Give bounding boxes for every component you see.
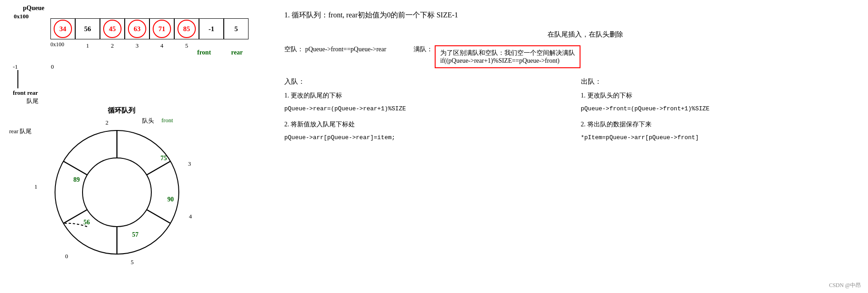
dequeue-step1: 1. 更改队头的下标 (581, 91, 859, 101)
svg-line-9 (63, 161, 87, 175)
svg-line-5 (147, 161, 171, 175)
front-circ-label: front (161, 117, 173, 124)
svg-line-8 (63, 210, 87, 223)
full-label: 满队： (414, 46, 433, 53)
empty-condition: 空队： pQueue->front==pQueue->rear (284, 45, 386, 54)
line1-text: 1. 循环队列：front, rear初始值为0的前一个下标 SIZE-1 (284, 11, 458, 19)
line1: 1. 循环队列：front, rear初始值为0的前一个下标 SIZE-1 (284, 9, 859, 21)
front-rear-small: front rear (13, 89, 38, 97)
dequeue-title: 出队： (581, 77, 859, 86)
array-cell-4: 71 (149, 18, 174, 39)
array-cell-1: 56 (75, 18, 100, 39)
enqueue-step2: 2. 将新值放入队尾下标处 (284, 119, 563, 130)
left-panel: pQueue 0x100 34 56 45 63 71 85 -1 5 0x10… (9, 5, 266, 148)
circ-title: 循环队列 (108, 106, 135, 115)
rear-label: rear (231, 49, 243, 56)
array-cell-5: 85 (174, 18, 199, 39)
array-cell-6: -1 (199, 18, 224, 39)
front-label: front (197, 49, 211, 56)
zero-idx: 0 (51, 63, 54, 71)
array-cell-7: 5 (224, 18, 249, 39)
idx-1: 1 (75, 42, 100, 49)
main-container: pQueue 0x100 34 56 45 63 71 85 -1 5 0x10… (0, 0, 868, 153)
vertical-line (17, 70, 18, 88)
empty-label: 空队： (284, 46, 304, 53)
idx-4: 4 (149, 42, 174, 49)
enqueue-col: 入队： 1. 更改的队尾的下标 pQueue->rear=(pQueue->re… (284, 77, 563, 148)
dequeue-col: 出队： 1. 更改队头的下标 pQueue->front=(pQueue->fr… (581, 77, 859, 148)
array-cell-0: 34 (50, 18, 75, 39)
idx-5: 5 (174, 42, 199, 49)
dequeue-code2: *pItem=pQueue->arr[pQueue->front] (581, 133, 859, 143)
full-condition-wrapper: 满队： 为了区别满队和空队：我们空一个空间解决满队 if((pQueue->re… (414, 45, 581, 68)
full-condition-box: 为了区别满队和空队：我们空一个空间解决满队 if((pQueue->rear+1… (435, 45, 581, 68)
enqueue-step1: 1. 更改的队尾的下标 (284, 91, 563, 101)
rear-duitou: rear 队尾 (9, 127, 32, 136)
conditions-row: 空队： pQueue->front==pQueue->rear 满队： 为了区别… (284, 45, 859, 68)
array-row: 34 56 45 63 71 85 -1 5 (50, 18, 249, 39)
array-cell-2: 45 (100, 18, 125, 39)
dequeue-code1: pQueue->front=(pQueue->front+1)%SIZE (581, 104, 859, 114)
dequeue-step2: 2. 将出队的数据保存下来 (581, 119, 859, 130)
empty-cond-text: pQueue->front==pQueue->rear (305, 46, 387, 53)
addr-label: 0x100 (14, 13, 29, 20)
num-1: 1 (34, 183, 38, 190)
enqueue-code2: pQueue->arr[pQueue->rear]=item; (284, 133, 563, 143)
circular-svg (41, 124, 193, 266)
operations: 入队： 1. 更改的队尾的下标 pQueue->rear=(pQueue->re… (284, 77, 859, 148)
insert-delete: 在队尾插入，在队头删除 (312, 30, 859, 39)
pqueue-label: pQueue (23, 5, 44, 12)
svg-line-6 (147, 210, 171, 223)
svg-point-1 (83, 158, 151, 227)
minus-one: -1 (13, 63, 18, 71)
idx-2: 2 (100, 42, 125, 49)
full-box-line1: 为了区别满队和空队：我们空一个空间解决满队 (440, 49, 575, 57)
enqueue-code1: pQueue->rear=(pQueue->rear+1)%SIZE (284, 104, 563, 114)
watermark: CSDN @中昂 (829, 282, 861, 289)
full-box-line2: if((pQueue->rear+1)%SIZE==pQueue->front) (440, 57, 575, 65)
queue-tail-small: 队尾 (27, 97, 39, 105)
hex-under-array: 0x100 (50, 41, 64, 48)
idx-3: 3 (125, 42, 149, 49)
enqueue-title: 入队： (284, 77, 563, 86)
index-row: 1 2 3 4 5 (75, 42, 199, 49)
array-cell-3: 63 (125, 18, 149, 39)
right-panel: 1. 循环队列：front, rear初始值为0的前一个下标 SIZE-1 在队… (266, 5, 859, 148)
